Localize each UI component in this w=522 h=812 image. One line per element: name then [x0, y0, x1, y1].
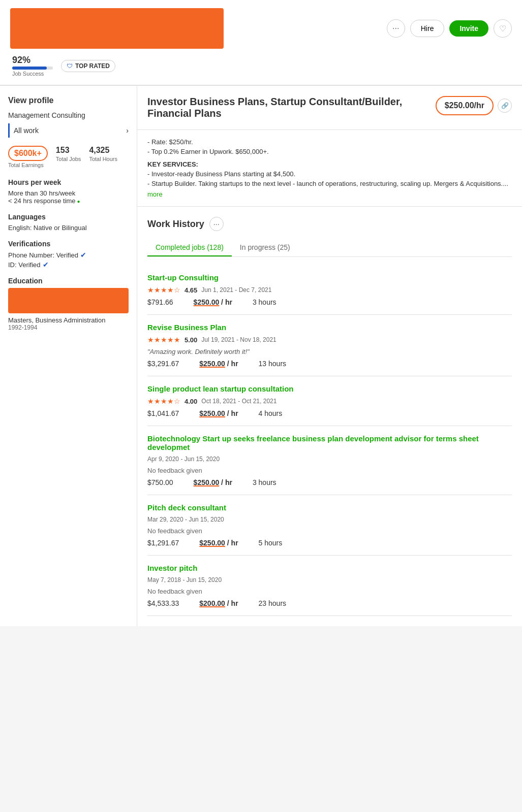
id-verified-text: ID: Verified	[8, 261, 41, 269]
job-rating-row: May 7, 2018 - Jun 15, 2020	[147, 576, 512, 583]
no-feedback: No feedback given	[147, 588, 512, 595]
chevron-right-icon: ›	[126, 126, 129, 135]
response-time-value: < 24 hrs response time	[8, 197, 129, 205]
tab-in-progress[interactable]: In progress (25)	[232, 239, 298, 256]
verifications-section: Verifications Phone Number: Verified ✔ I…	[8, 240, 129, 269]
desc-services-title: KEY SERVICES:	[147, 160, 512, 168]
job-hours: 5 hours	[259, 539, 283, 547]
job-hours: 13 hours	[259, 360, 286, 368]
job-title[interactable]: Pitch deck consultant	[147, 503, 512, 512]
id-verified: ID: Verified ✔	[8, 261, 129, 269]
all-work-nav[interactable]: All work ›	[8, 123, 129, 138]
job-rate: $250.00 / hr	[194, 298, 232, 306]
all-work-label: All work	[14, 126, 39, 135]
job-hours: 23 hours	[259, 599, 286, 607]
rate-badge: $250.00/hr	[436, 96, 494, 115]
stars-icon: ★★★★★	[147, 336, 180, 344]
job-stats: $750.00 $250.00 / hr 3 hours	[147, 478, 512, 486]
right-panel: Investor Business Plans, Startup Consult…	[137, 86, 522, 626]
header-section: ··· Hire Invite ♡ 92% Job Success 🛡 TOP …	[0, 0, 522, 85]
hours-per-week-section: Hours per week More than 30 hrs/week < 2…	[8, 178, 129, 205]
job-earnings: $750.00	[147, 478, 173, 486]
job-dates: May 7, 2018 - Jun 15, 2020	[147, 576, 222, 583]
job-entry: Revise Business Plan ★★★★★ 5.00 Jul 19, …	[147, 315, 512, 376]
job-title[interactable]: Investor pitch	[147, 564, 512, 572]
job-title[interactable]: Revise Business Plan	[147, 323, 512, 332]
rating-value: 5.00	[185, 336, 197, 344]
job-success-bar	[12, 67, 53, 70]
edu-years: 1992-1994	[8, 324, 129, 331]
job-title[interactable]: Single product lean startup consultation	[147, 384, 512, 393]
job-dates: Oct 18, 2021 - Oct 21, 2021	[201, 398, 277, 405]
job-entries-list: Start-up Consulting ★★★★☆ 4.65 Jun 1, 20…	[147, 265, 512, 616]
rating-value: 4.65	[185, 286, 197, 294]
profile-header: Investor Business Plans, Startup Consult…	[137, 86, 522, 130]
more-link[interactable]: more	[147, 190, 512, 198]
job-rate: $250.00 / hr	[199, 360, 238, 368]
no-feedback: No feedback given	[147, 527, 512, 535]
work-history-tabs: Completed jobs (128) In progress (25)	[147, 239, 512, 257]
job-rating-row: Mar 29, 2020 - Jun 15, 2020	[147, 516, 512, 523]
top-rated-text: TOP RATED	[75, 62, 110, 70]
phone-verified-text: Phone Number: Verified	[8, 251, 78, 259]
job-rate: $250.00 / hr	[194, 478, 232, 486]
profile-description: - Rate: $250/hr. - Top 0.2% Earner in Up…	[137, 130, 522, 207]
job-success-percentage: 92%	[12, 55, 30, 66]
no-feedback: No feedback given	[147, 467, 512, 474]
sidebar: View profile Management Consulting All w…	[0, 86, 137, 626]
job-earnings: $4,533.33	[147, 599, 179, 607]
hours-per-week-value: More than 30 hrs/week	[8, 189, 129, 197]
job-stats: $4,533.33 $200.00 / hr 23 hours	[147, 599, 512, 607]
work-history-section: Work History ··· Completed jobs (128) In…	[137, 207, 522, 626]
job-earnings: $1,041.67	[147, 409, 179, 417]
desc-earner: - Top 0.2% Earner in Upwork. $650,000+.	[147, 148, 512, 155]
jobs-label: Total Jobs	[56, 156, 81, 162]
job-dates: Jun 1, 2021 - Dec 7, 2021	[201, 286, 271, 294]
favorite-button[interactable]: ♡	[494, 19, 512, 38]
edu-degree: Masters, Business Administration	[8, 316, 129, 324]
job-success-bar-fill	[12, 67, 47, 70]
job-stats: $1,291.67 $250.00 / hr 5 hours	[147, 539, 512, 547]
job-title[interactable]: Start-up Consulting	[147, 273, 512, 282]
job-hours: 3 hours	[253, 298, 277, 306]
job-entry: Biotechnology Start up seeks freelance b…	[147, 426, 512, 495]
hire-button[interactable]: Hire	[410, 20, 445, 37]
more-options-button[interactable]: ···	[387, 19, 405, 38]
check-circle-icon-2: ✔	[43, 261, 49, 269]
stars-icon: ★★★★☆	[147, 397, 180, 405]
profile-banner	[10, 8, 224, 49]
desc-rate: - Rate: $250/hr.	[147, 138, 512, 146]
job-dates: Mar 29, 2020 - Jun 15, 2020	[147, 516, 224, 523]
link-icon[interactable]: 🔗	[498, 99, 512, 113]
education-section: Education Masters, Business Administrati…	[8, 277, 129, 331]
work-history-title: Work History	[147, 219, 204, 230]
job-entry: Pitch deck consultant Mar 29, 2020 - Jun…	[147, 495, 512, 556]
rate-value: $250.00/hr	[445, 101, 484, 110]
jobs-value: 153	[56, 146, 70, 155]
job-earnings: $1,291.67	[147, 539, 179, 547]
earnings-label: Total Earnings	[8, 162, 44, 168]
job-success-info: 92% Job Success	[12, 55, 53, 77]
tab-completed[interactable]: Completed jobs (128)	[147, 239, 232, 256]
hours-value: 4,325	[89, 146, 109, 155]
invite-button[interactable]: Invite	[449, 20, 488, 37]
job-title[interactable]: Biotechnology Start up seeks freelance b…	[147, 434, 512, 451]
education-banner	[8, 288, 129, 313]
job-dates: Jul 19, 2021 - Nov 18, 2021	[201, 336, 276, 343]
hours-per-week-title: Hours per week	[8, 178, 129, 186]
view-profile-label: View profile	[8, 96, 129, 105]
job-stats: $791.66 $250.00 / hr 3 hours	[147, 298, 512, 306]
stats-row: $600k+ Total Earnings 153 Total Jobs 4,3…	[8, 146, 129, 168]
education-title: Education	[8, 277, 129, 285]
job-stats: $1,041.67 $250.00 / hr 4 hours	[147, 409, 512, 417]
phone-verified: Phone Number: Verified ✔	[8, 251, 129, 259]
earnings-stat: $600k+ Total Earnings	[8, 146, 48, 168]
job-rating-row: ★★★★☆ 4.00 Oct 18, 2021 - Oct 21, 2021	[147, 397, 512, 405]
profile-title: Investor Business Plans, Startup Consult…	[147, 96, 427, 119]
top-rated-badge: 🛡 TOP RATED	[61, 60, 115, 72]
job-hours: 3 hours	[253, 478, 277, 486]
job-entry: Investor pitch May 7, 2018 - Jun 15, 202…	[147, 556, 512, 616]
work-history-more-button[interactable]: ···	[209, 217, 224, 231]
languages-title: Languages	[8, 213, 129, 221]
main-content: View profile Management Consulting All w…	[0, 85, 522, 626]
